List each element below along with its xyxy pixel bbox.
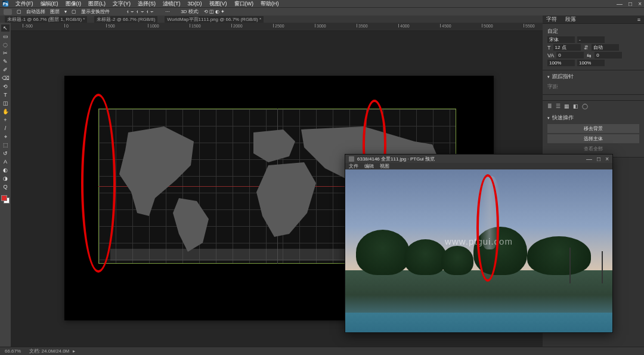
font-preset[interactable]: 自定: [547, 27, 558, 35]
tree-graphic: [527, 236, 592, 276]
show-transform-label: 显示变换控件: [81, 8, 110, 15]
menu-edit[interactable]: 编辑(E): [41, 0, 58, 8]
clone-tool[interactable]: ⟲: [1, 83, 10, 90]
menu-layer[interactable]: 图层(L): [88, 0, 106, 8]
window-close-button[interactable]: ×: [638, 1, 642, 7]
grid-icon[interactable]: ▦: [564, 103, 569, 109]
foreground-color[interactable]: [1, 195, 7, 201]
character-panel: 自定 T ⇵ VA ⇆: [543, 24, 644, 70]
preview-menu-edit[interactable]: 编辑: [364, 163, 374, 169]
lasso-tool[interactable]: ◌: [1, 41, 10, 48]
layer-dropdown[interactable]: 图层: [50, 8, 60, 15]
hand-tool[interactable]: ✋: [1, 108, 10, 115]
rect-tool[interactable]: ⬚: [1, 141, 10, 149]
doc-tab-3[interactable]: WorldMap平面1111.png @ 66.7% (RGB/8) *: [165, 16, 264, 23]
remove-bg-button[interactable]: 移去背景: [547, 124, 639, 133]
move-tool[interactable]: ↖: [1, 24, 10, 32]
type-tool[interactable]: T: [1, 91, 10, 98]
align-group-label: ⋯: [165, 9, 170, 14]
tracking-section-title[interactable]: 跟踪指针: [547, 73, 639, 81]
panel-tab-character[interactable]: 字符: [546, 16, 557, 23]
app-logo-icon: Ps: [2, 1, 8, 7]
circle-icon[interactable]: ◯: [582, 103, 588, 109]
font-style-input[interactable]: [577, 36, 605, 43]
rotate-tool[interactable]: ↺: [1, 150, 10, 157]
panel-tab-paragraph[interactable]: 段落: [565, 16, 576, 23]
note-tool[interactable]: A: [1, 158, 10, 165]
font-size-input[interactable]: [553, 44, 581, 51]
pen-tool[interactable]: +: [1, 116, 10, 124]
preview-viewport[interactable]: www.ptgui.com: [345, 169, 612, 332]
view-all-button[interactable]: 查看全部: [547, 144, 639, 153]
autoselect-checkbox[interactable]: ▢: [17, 9, 21, 14]
window-maximize-button[interactable]: □: [628, 1, 632, 7]
hscale-input[interactable]: [577, 60, 605, 66]
tree-graphic: [404, 239, 447, 275]
zoom-label[interactable]: 66.67%: [5, 348, 21, 354]
pool-water: [345, 313, 612, 332]
preview-close-button[interactable]: ×: [605, 156, 609, 162]
path-tool[interactable]: ⌖: [1, 133, 10, 140]
eyedropper-tool[interactable]: ✎: [1, 58, 10, 65]
align-icon[interactable]: ≣: [547, 103, 552, 109]
quickmask-tool[interactable]: Q: [1, 183, 10, 190]
kerning-label: VA: [547, 53, 554, 58]
preview-app-icon: [349, 156, 354, 162]
preview-menu-view[interactable]: 视图: [380, 163, 389, 169]
select-subject-button[interactable]: 选择主体: [547, 134, 639, 143]
tracking-link-icon[interactable]: ⇆: [586, 53, 592, 58]
options-bar: ▢ 自动选择 图层 ▾ ▢ 显示变换控件 ⫞ ⫟ ⫞ ⫟ ⫞ ⫟ ⋯ 3D 模式…: [0, 7, 644, 16]
doc-tab-1[interactable]: 未标题-1 @ 66.7% (图层 1, RGB/8) *: [5, 16, 87, 23]
gradient-tool[interactable]: /: [1, 125, 10, 132]
eraser-tool[interactable]: ⌫: [1, 75, 10, 82]
tree-graphic: [441, 246, 473, 275]
preview-minimize-button[interactable]: —: [586, 156, 592, 162]
status-bar: 66.67% 文档: 24.0M/24.0M ▸: [0, 347, 644, 355]
quick-actions-title[interactable]: 快速操作: [547, 114, 639, 122]
preview-maximize-button[interactable]: □: [597, 156, 600, 162]
menu-help[interactable]: 帮助(H): [261, 0, 279, 8]
menu-3d[interactable]: 3D(D): [188, 1, 202, 7]
menu-file[interactable]: 文件(F): [16, 0, 33, 8]
lamp-post: [602, 251, 603, 284]
font-family-input[interactable]: [547, 36, 575, 43]
list-icon[interactable]: ☰: [556, 103, 561, 109]
window-minimize-button[interactable]: —: [617, 1, 623, 7]
tracking-section-kerning: 字距: [547, 83, 639, 91]
doc-tab-2[interactable]: 未标题-2 @ 66.7% (RGB/8): [94, 16, 157, 23]
menu-view[interactable]: 视图(V): [209, 0, 227, 8]
show-transform-checkbox[interactable]: ▢: [72, 9, 76, 14]
kerning-input[interactable]: [556, 52, 584, 58]
chevron-right-icon[interactable]: ▸: [73, 348, 75, 354]
crop-tool[interactable]: ✂: [1, 50, 10, 57]
tracking-input[interactable]: [595, 52, 622, 58]
toolbox: ↖ ▭ ◌ ✂ ✎ ✐ ⌫ ⟲ T ◫ ✋ + / ⌖ ⬚ ↺ A ◐ ◑ Q: [0, 23, 11, 347]
preview-menu-file[interactable]: 文件: [349, 163, 358, 169]
menu-filter[interactable]: 滤镜(T): [163, 0, 181, 8]
color-swatch[interactable]: [1, 195, 10, 203]
dodge-tool[interactable]: ◐: [1, 166, 10, 174]
annotation-circle-left: [81, 94, 116, 273]
current-tool-icon[interactable]: [4, 9, 12, 15]
preview-titlebar[interactable]: 6338/4146 全景111.jpg · PTGui 预览 — □ ×: [345, 155, 612, 163]
panel-menu-icon[interactable]: ≡: [637, 17, 640, 23]
horizontal-ruler[interactable]: -500 0 500 1000 1500 2000 2500 3000 3500…: [11, 23, 543, 31]
leading-input[interactable]: [592, 44, 619, 51]
marquee-tool[interactable]: ▭: [1, 33, 10, 40]
shape-tool[interactable]: ◫: [1, 100, 10, 107]
color-icon[interactable]: ◧: [573, 103, 578, 109]
preview-title: 6338/4146 全景111.jpg · PTGui 预览: [357, 156, 435, 162]
burn-tool[interactable]: ◑: [1, 175, 10, 182]
autoselect-label: 自动选择: [26, 8, 45, 15]
mode-3d-label: 3D 模式:: [181, 8, 199, 15]
menu-type[interactable]: 文字(Y): [113, 0, 131, 8]
menu-image[interactable]: 图像(I): [66, 0, 82, 8]
doc-info[interactable]: 文档: 24.0M/24.0M: [29, 348, 69, 354]
brush-tool[interactable]: ✐: [1, 66, 10, 73]
menu-select[interactable]: 选择(S): [138, 0, 156, 8]
vscale-input[interactable]: [547, 60, 575, 66]
size-link-icon[interactable]: ⇵: [583, 45, 589, 51]
bottom-icon-strip: ≣ ☰ ▦ ◧ ◯: [543, 101, 644, 112]
menu-window[interactable]: 窗口(W): [234, 0, 254, 8]
preview-window[interactable]: 6338/4146 全景111.jpg · PTGui 预览 — □ × 文件 …: [345, 154, 613, 333]
